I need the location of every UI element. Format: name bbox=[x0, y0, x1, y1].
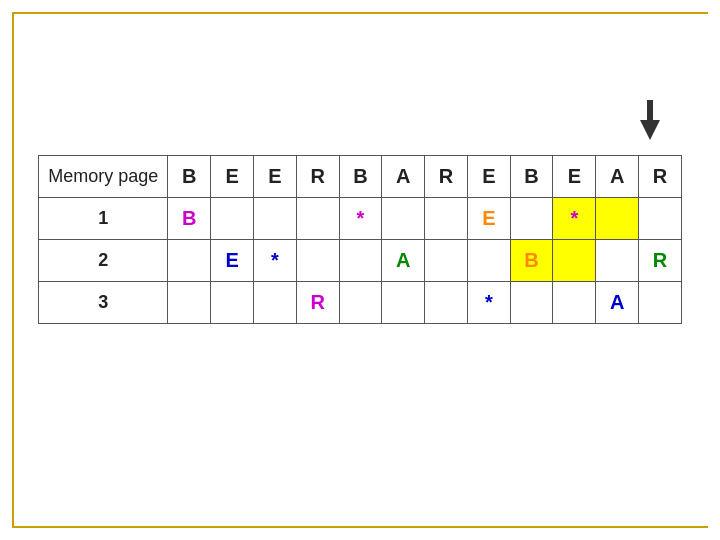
memory-page-header: Memory page bbox=[39, 156, 168, 198]
col-header-9: E bbox=[553, 156, 596, 198]
cell-1-8: B bbox=[510, 240, 553, 282]
cell-0-1 bbox=[211, 198, 254, 240]
cell-2-11 bbox=[639, 282, 682, 324]
top-border bbox=[12, 12, 708, 14]
cell-0-6 bbox=[425, 198, 468, 240]
cell-1-2: * bbox=[254, 240, 297, 282]
col-header-11: R bbox=[639, 156, 682, 198]
cell-0-7: E bbox=[467, 198, 510, 240]
cell-1-10 bbox=[596, 240, 639, 282]
cell-0-0: B bbox=[168, 198, 211, 240]
cell-2-10: A bbox=[596, 282, 639, 324]
arrow-down-icon bbox=[640, 120, 660, 140]
cell-1-9 bbox=[553, 240, 596, 282]
cell-2-5 bbox=[382, 282, 425, 324]
cell-0-2 bbox=[254, 198, 297, 240]
left-border bbox=[12, 12, 14, 528]
cell-2-1 bbox=[211, 282, 254, 324]
cell-0-3 bbox=[296, 198, 339, 240]
row-label-1: 2 bbox=[39, 240, 168, 282]
cell-2-0 bbox=[168, 282, 211, 324]
col-header-8: B bbox=[510, 156, 553, 198]
row-label-2: 3 bbox=[39, 282, 168, 324]
col-header-7: E bbox=[467, 156, 510, 198]
cell-0-5 bbox=[382, 198, 425, 240]
cell-2-4 bbox=[339, 282, 382, 324]
bottom-border bbox=[12, 526, 708, 528]
cell-2-8 bbox=[510, 282, 553, 324]
cell-1-7 bbox=[467, 240, 510, 282]
cell-2-6 bbox=[425, 282, 468, 324]
col-header-10: A bbox=[596, 156, 639, 198]
col-header-1: E bbox=[211, 156, 254, 198]
col-header-5: A bbox=[382, 156, 425, 198]
lru-table-container: Memory pageBEERBAREBEAR1B*E*2E*ABR3R*A bbox=[38, 155, 682, 324]
lru-table: Memory pageBEERBAREBEAR1B*E*2E*ABR3R*A bbox=[38, 155, 682, 324]
cell-1-3 bbox=[296, 240, 339, 282]
cell-1-11: R bbox=[639, 240, 682, 282]
cell-1-5: A bbox=[382, 240, 425, 282]
row-label-0: 1 bbox=[39, 198, 168, 240]
col-header-0: B bbox=[168, 156, 211, 198]
cell-0-11 bbox=[639, 198, 682, 240]
cell-2-3: R bbox=[296, 282, 339, 324]
cell-1-6 bbox=[425, 240, 468, 282]
cell-0-9: * bbox=[553, 198, 596, 240]
col-header-4: B bbox=[339, 156, 382, 198]
col-header-6: R bbox=[425, 156, 468, 198]
cell-2-9 bbox=[553, 282, 596, 324]
cell-1-1: E bbox=[211, 240, 254, 282]
col-header-3: R bbox=[296, 156, 339, 198]
cell-2-7: * bbox=[467, 282, 510, 324]
cell-0-10 bbox=[596, 198, 639, 240]
col-header-2: E bbox=[254, 156, 297, 198]
cell-0-8 bbox=[510, 198, 553, 240]
arrow-stem bbox=[647, 100, 653, 122]
cell-0-4: * bbox=[339, 198, 382, 240]
cell-1-4 bbox=[339, 240, 382, 282]
cell-2-2 bbox=[254, 282, 297, 324]
cell-1-0 bbox=[168, 240, 211, 282]
